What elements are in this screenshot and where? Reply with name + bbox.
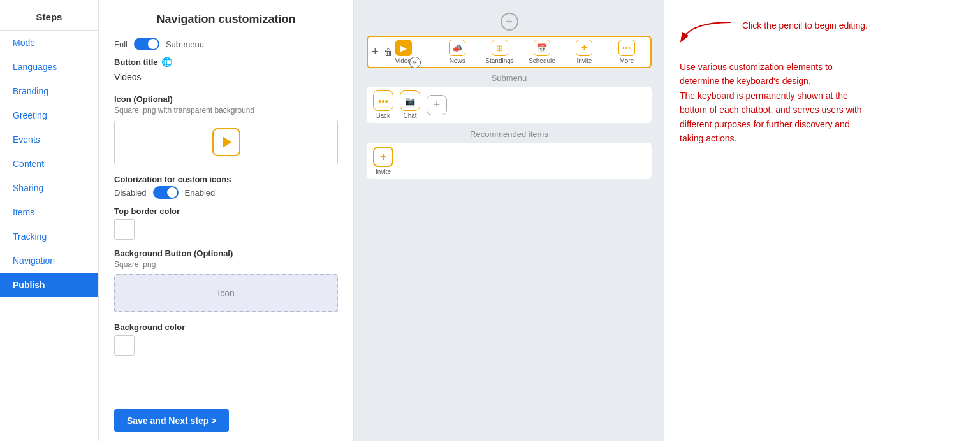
recommended-bar: + Invite	[367, 143, 652, 179]
colorization-enabled-label: Enabled	[185, 188, 216, 198]
nav-item-videos[interactable]: ▶ Videos ✏	[395, 40, 435, 64]
sidebar-item-items[interactable]: Items	[0, 200, 98, 224]
top-border-color-swatch[interactable]	[114, 219, 135, 240]
form-panel: Navigation customization Full Sub-menu B…	[99, 0, 354, 441]
colorization-row: Disabled Enabled	[114, 186, 338, 199]
annotation-panel: Click the pencil to begin editing. Use v…	[664, 0, 980, 441]
submenu-add-button[interactable]: +	[427, 95, 447, 115]
toggle-full-label: Full	[114, 40, 128, 49]
submenu-label: Submenu	[367, 73, 652, 83]
top-border-color-label: Top border color	[114, 206, 338, 216]
sidebar-item-content[interactable]: Content	[0, 152, 98, 176]
nav-item-videos-icon: ▶	[395, 40, 412, 56]
sidebar-item-languages[interactable]: Languages	[0, 55, 98, 79]
sidebar-item-events[interactable]: Events	[0, 127, 98, 152]
submenu-back-icon: •••	[373, 90, 393, 111]
sidebar-item-tracking[interactable]: Tracking	[0, 224, 98, 249]
sidebar-item-navigation[interactable]: Navigation	[0, 249, 98, 273]
nav-item-standings[interactable]: ⊞ Standings	[479, 40, 519, 64]
annotation-arrow-row: Click the pencil to begin editing.	[680, 19, 965, 45]
sidebar: Steps Mode Languages Branding Greeting E…	[0, 0, 99, 441]
main-content: Navigation customization Full Sub-menu B…	[99, 0, 980, 441]
submenu-back-label: Back	[376, 112, 390, 119]
bg-button-sublabel: Square .png	[114, 260, 338, 269]
nav-item-schedule-label: Schedule	[529, 57, 555, 64]
nav-plus-icon[interactable]: +	[372, 45, 379, 59]
nav-item-standings-icon: ⊞	[492, 40, 508, 56]
rec-item-invite[interactable]: + Invite	[373, 147, 393, 175]
nav-item-more[interactable]: ••• More	[607, 40, 647, 64]
form-footer: Save and Next step >	[99, 400, 353, 441]
play-triangle	[223, 136, 231, 148]
nav-item-news[interactable]: 📣 News	[437, 40, 477, 64]
pencil-icon: ✏	[409, 57, 421, 68]
save-next-button[interactable]: Save and Next step >	[114, 409, 229, 432]
submenu-chat-icon: 📷	[400, 90, 420, 111]
toggle-submenu-label: Sub-menu	[166, 40, 204, 49]
sidebar-item-branding[interactable]: Branding	[0, 79, 98, 103]
sidebar-item-sharing[interactable]: Sharing	[0, 176, 98, 200]
icon-preview-box[interactable]	[114, 120, 338, 164]
globe-icon: 🌐	[161, 57, 172, 67]
submenu-item-chat[interactable]: 📷 Chat	[400, 90, 420, 119]
button-title-input[interactable]	[114, 69, 338, 85]
bg-button-upload[interactable]: Icon	[114, 274, 338, 312]
nav-item-standings-label: Standings	[485, 57, 513, 64]
nav-item-news-label: News	[450, 57, 465, 64]
icon-section-sublabel: Square .png with transparent background	[114, 106, 338, 115]
sidebar-title: Steps	[0, 0, 98, 31]
red-arrow	[680, 19, 737, 45]
colorization-disabled-label: Disabled	[114, 188, 147, 198]
bg-button-placeholder: Icon	[217, 288, 234, 298]
form-title: Navigation customization	[114, 13, 338, 26]
nav-item-more-icon: •••	[618, 40, 635, 56]
navigation-bar: + 🗑 ▶ Videos ✏ 📣 News ⊞ Standings 📅 Sche…	[367, 36, 652, 68]
bg-color-label: Background color	[114, 322, 338, 332]
rec-invite-icon: +	[373, 147, 393, 167]
nav-item-schedule-icon: 📅	[534, 40, 550, 56]
sidebar-item-mode[interactable]: Mode	[0, 31, 98, 55]
annotation-text-2: Use various customization elements todet…	[680, 62, 862, 143]
preview-panel: + + 🗑 ▶ Videos ✏ 📣 News ⊞ Standings 📅 S	[354, 0, 664, 441]
bg-button-label: Background Button (Optional)	[114, 249, 338, 258]
nav-item-schedule[interactable]: 📅 Schedule	[522, 40, 562, 64]
submenu-bar: ••• Back 📷 Chat +	[367, 87, 652, 123]
submenu-item-back[interactable]: ••• Back	[373, 90, 393, 119]
rec-invite-label: Invite	[376, 168, 391, 175]
icon-section-label: Icon (Optional)	[114, 94, 338, 104]
play-icon	[212, 128, 240, 156]
mode-toggle[interactable]	[134, 38, 159, 50]
sidebar-item-publish[interactable]: Publish	[0, 273, 98, 297]
submenu-chat-label: Chat	[403, 112, 416, 119]
mode-toggle-row: Full Sub-menu	[114, 38, 338, 50]
sidebar-item-greeting[interactable]: Greeting	[0, 103, 98, 127]
top-add-button[interactable]: +	[501, 13, 518, 31]
nav-item-invite-label: Invite	[576, 57, 592, 64]
nav-item-news-icon: 📣	[449, 40, 465, 56]
annotation-line1: Click the pencil to begin editing.	[742, 19, 868, 33]
add-btn-row: +	[367, 13, 652, 31]
recommended-label: Recommended items	[367, 129, 652, 139]
nav-trash-icon[interactable]: 🗑	[384, 47, 393, 57]
colorization-label: Colorization for custom icons	[114, 175, 338, 184]
nav-item-more-label: More	[619, 57, 634, 64]
nav-item-invite[interactable]: + Invite	[564, 40, 604, 64]
bg-color-swatch[interactable]	[114, 335, 135, 356]
nav-item-invite-icon: +	[576, 40, 592, 56]
colorization-toggle[interactable]	[153, 186, 179, 199]
button-title-label: Button title 🌐	[114, 57, 338, 67]
annotation-block2: Use various customization elements todet…	[680, 60, 965, 145]
